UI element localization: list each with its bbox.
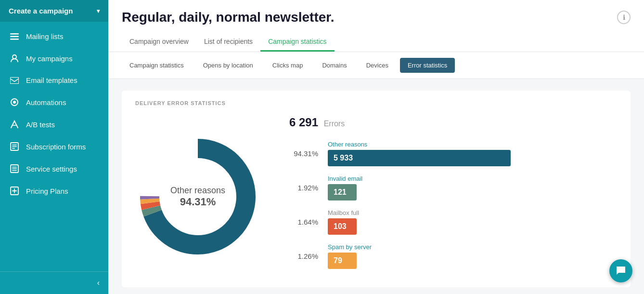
error-name-1: Invalid email: [328, 175, 617, 182]
error-bar-3: 79: [328, 253, 357, 269]
service-settings-icon: [9, 164, 20, 173]
subtab-domains[interactable]: Domains: [314, 58, 354, 73]
total-errors: 6 291 Errors: [289, 116, 617, 129]
ab-tests-icon: [9, 120, 20, 129]
sidebar-item-my-campaigns[interactable]: My campaigns: [0, 47, 108, 69]
error-bar-2: 103: [328, 218, 357, 235]
donut-main-text: Other reasons: [170, 186, 225, 196]
svg-rect-14: [12, 170, 17, 171]
sidebar-item-label: A/B tests: [26, 120, 55, 129]
subtab-error-statistics[interactable]: Error statistics: [400, 58, 455, 73]
error-pct-0: 94.31%: [289, 149, 318, 158]
error-block-0: Other reasons 5 933: [328, 141, 617, 166]
donut-pct-text: 94.31%: [170, 196, 225, 208]
page-header: Regular, daily, normal newsletter. ℹ Cam…: [108, 0, 644, 52]
svg-rect-1: [10, 36, 19, 37]
subtab-campaign-statistics[interactable]: Campaign statistics: [122, 58, 192, 73]
error-row-3: 1.26% Spam by server 79: [289, 243, 617, 269]
sidebar: Create a campaign ▾ Mailing lists My cam…: [0, 0, 108, 294]
svg-point-6: [13, 101, 16, 104]
my-campaigns-icon: [9, 54, 20, 63]
section-label: DELIVERY ERROR STATISTICS: [135, 100, 617, 106]
top-tabs: Campaign overview List of recipients Cam…: [122, 33, 631, 52]
error-pct-3: 1.26%: [289, 252, 318, 260]
error-value-2: 103: [334, 222, 347, 231]
error-row-0: 94.31% Other reasons 5 933: [289, 141, 617, 166]
error-name-0: Other reasons: [328, 141, 617, 148]
error-block-2: Mailbox full 103: [328, 209, 617, 235]
create-campaign-label: Create a campaign: [9, 7, 73, 15]
subtab-devices[interactable]: Devices: [359, 58, 396, 73]
sidebar-item-subscription-forms[interactable]: Subscription forms: [0, 135, 108, 158]
sidebar-footer: ‹: [0, 271, 108, 294]
svg-rect-4: [10, 77, 19, 84]
chevron-down-icon: ▾: [97, 8, 100, 14]
donut-chart: Other reasons 94.31%: [135, 134, 260, 259]
pricing-plans-icon: [9, 187, 20, 195]
svg-rect-13: [12, 169, 17, 170]
sidebar-item-ab-tests[interactable]: A/B tests: [0, 113, 108, 135]
mailing-lists-icon: [9, 33, 20, 40]
tab-list-of-recipients[interactable]: List of recipients: [196, 33, 260, 52]
content-area: DELIVERY ERROR STATISTICS: [108, 79, 644, 294]
svg-point-3: [13, 55, 16, 59]
sidebar-item-label: My campaigns: [26, 54, 73, 63]
svg-rect-0: [10, 33, 19, 35]
stats-panel: DELIVERY ERROR STATISTICS: [122, 91, 631, 287]
sidebar-item-mailing-lists[interactable]: Mailing lists: [0, 26, 108, 47]
chat-bubble-button[interactable]: [609, 259, 632, 282]
email-templates-icon: [9, 77, 20, 84]
error-block-3: Spam by server 79: [328, 243, 617, 269]
create-campaign-button[interactable]: Create a campaign ▾: [0, 0, 108, 22]
sidebar-collapse-button[interactable]: ‹: [97, 279, 100, 287]
total-count: 6 291: [289, 116, 318, 129]
svg-rect-9: [12, 147, 17, 147]
automations-icon: [9, 98, 20, 107]
sub-header: Campaign statistics Opens by location Cl…: [108, 52, 644, 79]
error-bar-0: 5 933: [328, 150, 511, 166]
sidebar-item-automations[interactable]: Automations: [0, 91, 108, 113]
subscription-forms-icon: [9, 142, 20, 151]
error-value-3: 79: [334, 256, 342, 265]
svg-rect-10: [12, 148, 15, 149]
error-row-2: 1.64% Mailbox full 103: [289, 209, 617, 235]
svg-rect-2: [10, 39, 19, 40]
error-name-2: Mailbox full: [328, 209, 617, 216]
total-label: Errors: [324, 120, 345, 128]
error-pct-2: 1.64%: [289, 218, 318, 226]
sidebar-nav: Mailing lists My campaigns Email templat…: [0, 26, 108, 271]
sidebar-item-label: Subscription forms: [26, 143, 86, 151]
donut-center-label: Other reasons 94.31%: [170, 186, 225, 208]
error-name-3: Spam by server: [328, 243, 617, 251]
sidebar-item-email-templates[interactable]: Email templates: [0, 69, 108, 91]
tab-campaign-overview[interactable]: Campaign overview: [122, 33, 196, 52]
sidebar-item-label: Email templates: [26, 76, 77, 84]
error-pct-1: 1.92%: [289, 184, 318, 192]
tab-campaign-statistics[interactable]: Campaign statistics: [260, 33, 334, 52]
sidebar-item-label: Service settings: [26, 165, 77, 173]
error-bar-1: 121: [328, 184, 357, 200]
subtab-opens-by-location[interactable]: Opens by location: [195, 58, 261, 73]
sidebar-item-pricing-plans[interactable]: Pricing Plans: [0, 180, 108, 202]
page-title-row: Regular, daily, normal newsletter. ℹ: [122, 10, 631, 25]
stats-content: Other reasons 94.31% 6 291 Errors 94.31%…: [135, 116, 617, 278]
svg-rect-8: [12, 145, 17, 146]
error-value-1: 121: [334, 188, 347, 197]
sidebar-item-label: Pricing Plans: [26, 187, 68, 195]
sidebar-item-label: Automations: [26, 98, 66, 107]
page-title: Regular, daily, normal newsletter.: [122, 10, 334, 25]
subtab-clicks-map[interactable]: Clicks map: [265, 58, 311, 73]
info-icon[interactable]: ℹ: [617, 11, 631, 24]
error-row-1: 1.92% Invalid email 121: [289, 175, 617, 200]
error-value-0: 5 933: [334, 154, 353, 162]
svg-rect-12: [12, 167, 17, 168]
error-block-1: Invalid email 121: [328, 175, 617, 200]
stats-right: 6 291 Errors 94.31% Other reasons 5 933: [289, 116, 617, 278]
sidebar-item-label: Mailing lists: [26, 32, 64, 40]
main-content: Regular, daily, normal newsletter. ℹ Cam…: [108, 0, 644, 294]
sidebar-item-service-settings[interactable]: Service settings: [0, 158, 108, 180]
